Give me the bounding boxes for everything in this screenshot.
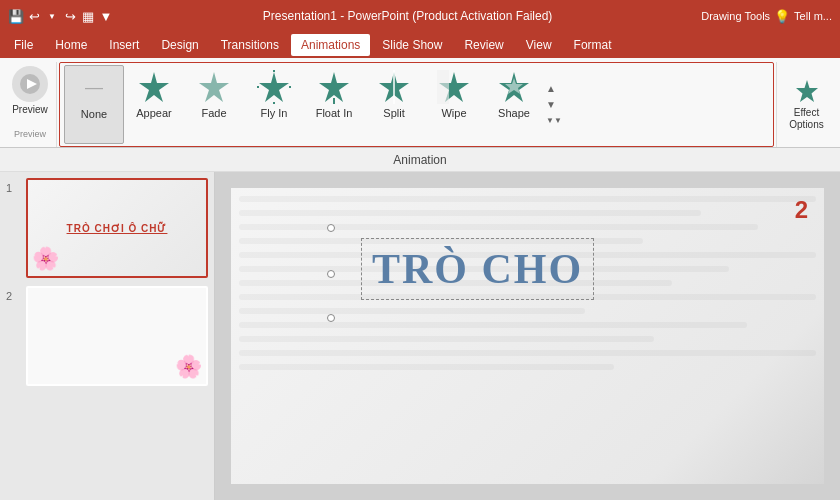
fade-star-svg — [197, 70, 231, 104]
drawing-tools-label: Drawing Tools — [701, 10, 770, 22]
animation-bar-label: Animation — [393, 153, 446, 167]
menu-home[interactable]: Home — [45, 34, 97, 56]
title-bar-title: Presentation1 - PowerPoint (Product Acti… — [114, 9, 701, 23]
save-icon[interactable]: 💾 — [8, 8, 24, 24]
anim-appear[interactable]: Appear — [124, 65, 184, 144]
anim-appear-icon — [136, 69, 172, 105]
title-bar-left: 💾 ↩ ▼ ↪ ▦ ▼ — [8, 8, 114, 24]
anim-floatin[interactable]: Float In — [304, 65, 364, 144]
svg-marker-5 — [199, 72, 229, 102]
slide-watermark — [231, 188, 824, 484]
none-star-svg: — — [77, 71, 111, 105]
wipe-star-svg — [437, 70, 471, 104]
menu-review[interactable]: Review — [454, 34, 513, 56]
anim-split-icon — [376, 69, 412, 105]
svg-marker-4 — [139, 72, 169, 102]
slide1-background: TRÒ CHƠI Ô CHỮ 🌸 — [28, 180, 206, 276]
anim-shape-label: Shape — [498, 107, 530, 119]
anim-shape-icon — [496, 69, 532, 105]
gallery-scroll: ▲ ▼ ▼▼ — [544, 65, 564, 144]
menu-view[interactable]: View — [516, 34, 562, 56]
slide1-title: TRÒ CHƠI Ô CHỮ — [67, 223, 168, 234]
title-bar-right: Drawing Tools 💡 Tell m... — [701, 8, 832, 24]
more-icon[interactable]: ▼ — [98, 8, 114, 24]
menu-slideshow[interactable]: Slide Show — [372, 34, 452, 56]
selection-handle-tl[interactable] — [327, 224, 335, 232]
animation-gallery: — None Appear Fade — [59, 62, 774, 147]
slide-preview-2[interactable]: 🌸 — [26, 286, 208, 386]
wm-line-9 — [239, 308, 585, 314]
main-slide: 2 TRÒ CHO — [231, 188, 824, 484]
anim-none-label: None — [81, 108, 107, 120]
scroll-more[interactable]: ▼▼ — [546, 114, 562, 128]
ribbon: Preview Preview — None Appear — [0, 58, 840, 148]
undo-icon[interactable]: ↩ — [26, 8, 42, 24]
anim-none[interactable]: — None — [64, 65, 124, 144]
scroll-up[interactable]: ▲ — [546, 82, 562, 96]
wm-line-1 — [239, 196, 816, 202]
flyin-star-svg — [257, 70, 291, 104]
preview-icon — [12, 66, 48, 102]
split-star-svg — [377, 70, 411, 104]
slide1-flower-decoration: 🌸 — [32, 246, 59, 272]
anim-appear-label: Appear — [136, 107, 171, 119]
anim-floatin-label: Float In — [316, 107, 353, 119]
selection-handle-ml[interactable] — [327, 270, 335, 278]
redo-icon[interactable]: ↪ — [62, 8, 78, 24]
anim-flyin-label: Fly In — [261, 107, 288, 119]
anim-floatin-icon — [316, 69, 352, 105]
text-selection-box[interactable]: TRÒ CHO — [361, 238, 594, 300]
svg-rect-16 — [437, 70, 449, 104]
svg-marker-6 — [259, 72, 289, 102]
slide2-background: 🌸 — [28, 288, 206, 384]
quick-access-toolbar: 💾 ↩ ▼ ↪ ▦ ▼ — [8, 8, 114, 24]
menu-design[interactable]: Design — [151, 34, 208, 56]
menu-insert[interactable]: Insert — [99, 34, 149, 56]
wm-line-12 — [239, 350, 816, 356]
appear-star-svg — [137, 70, 171, 104]
anim-none-icon: — — [76, 70, 112, 106]
preview-label: Preview — [12, 104, 48, 115]
menu-animations[interactable]: Animations — [291, 34, 370, 56]
floatin-star-svg — [317, 70, 351, 104]
effect-options-button[interactable]: EffectOptions — [776, 62, 836, 147]
help-icon[interactable]: 💡 — [774, 8, 790, 24]
anim-wipe-label: Wipe — [441, 107, 466, 119]
menu-format[interactable]: Format — [564, 34, 622, 56]
anim-flyin-icon — [256, 69, 292, 105]
preview-section-label: Preview — [14, 129, 46, 143]
slide2-flower-decoration: 🌸 — [175, 354, 202, 380]
slide-number-2: 2 — [6, 286, 20, 302]
scroll-down[interactable]: ▼ — [546, 98, 562, 112]
svg-text:—: — — [85, 77, 103, 97]
wm-line-13 — [239, 364, 614, 370]
tell-me-label: Tell m... — [794, 10, 832, 22]
anim-flyin[interactable]: Fly In — [244, 65, 304, 144]
selection-handle-bl[interactable] — [327, 314, 335, 322]
anim-split-label: Split — [383, 107, 404, 119]
slide-number-1: 1 — [6, 178, 20, 194]
preview-button[interactable]: Preview — [12, 66, 48, 115]
anim-split[interactable]: Split — [364, 65, 424, 144]
slide-thumb-1[interactable]: 1 TRÒ CHƠI Ô CHỮ 🌸 — [6, 178, 208, 278]
present-icon[interactable]: ▦ — [80, 8, 96, 24]
svg-marker-11 — [319, 72, 349, 102]
anim-shape[interactable]: Shape — [484, 65, 544, 144]
shape-star-svg — [497, 70, 531, 104]
slide-preview-1[interactable]: TRÒ CHƠI Ô CHỮ 🌸 — [26, 178, 208, 278]
slide-thumb-2[interactable]: 2 🌸 — [6, 286, 208, 386]
effect-options-label: EffectOptions — [789, 107, 823, 131]
slide-panel: 1 TRÒ CHƠI Ô CHỮ 🌸 2 🌸 — [0, 172, 215, 500]
wm-line-11 — [239, 336, 654, 342]
anim-fade-label: Fade — [201, 107, 226, 119]
menu-transitions[interactable]: Transitions — [211, 34, 289, 56]
svg-marker-19 — [796, 80, 818, 102]
menu-file[interactable]: File — [4, 34, 43, 56]
anim-fade[interactable]: Fade — [184, 65, 244, 144]
slide-number-badge: 2 — [795, 198, 808, 222]
preview-play-icon — [19, 73, 41, 95]
main-content: 1 TRÒ CHƠI Ô CHỮ 🌸 2 🌸 — [0, 172, 840, 500]
preview-section: Preview Preview — [4, 62, 57, 147]
anim-wipe[interactable]: Wipe — [424, 65, 484, 144]
undo-dropdown-icon[interactable]: ▼ — [44, 8, 60, 24]
